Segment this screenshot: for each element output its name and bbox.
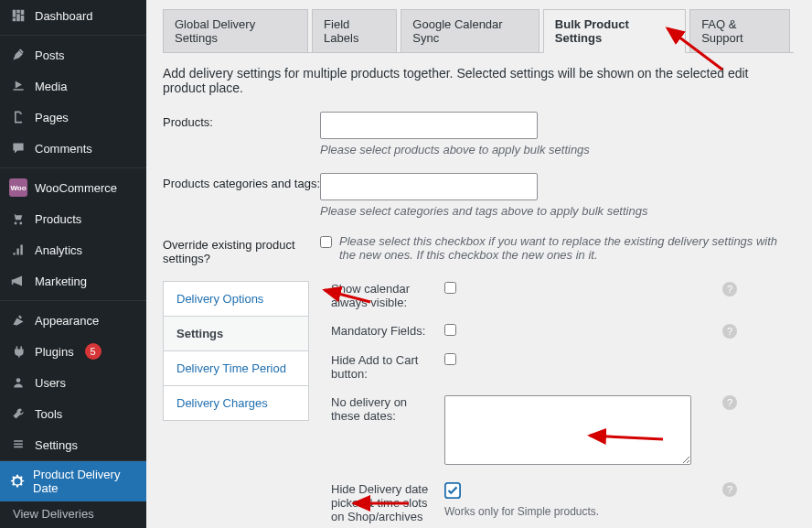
override-checkbox[interactable] [320,236,332,248]
tab-field-labels[interactable]: Field Labels [312,9,397,52]
main-content: Global Delivery Settings Field Labels Go… [146,0,812,528]
sidebar-label: Product Delivery Date [33,468,137,495]
svg-point-0 [16,378,21,383]
sidebar-label: Media [35,80,67,93]
sidebar-item-comments[interactable]: Comments [0,133,146,164]
plugins-icon [9,342,27,361]
woo-icon: Woo [9,178,27,197]
sidebar-item-product-delivery-date[interactable]: Product Delivery Date [0,461,146,501]
sidebar-label: Settings [35,438,78,452]
sidebar-label: Pages [35,111,69,124]
sidebar-item-plugins[interactable]: Plugins 5 [0,336,146,367]
users-icon [9,373,27,392]
sidebar-label: Tools [35,407,62,421]
sidebar-label: Comments [35,142,92,156]
settings-icon [9,436,27,454]
categories-helper: Please select categories and tags above … [320,204,794,218]
hide-cart-checkbox[interactable] [444,353,456,365]
vtab-delivery-options[interactable]: Delivery Options [163,281,309,317]
sidebar-label: Appearance [35,314,99,328]
sidebar-label: WooCommerce [35,181,117,195]
no-delivery-textarea[interactable] [444,395,691,465]
comments-icon [9,139,27,157]
sidebar-item-marketing[interactable]: Marketing [0,265,146,296]
sidebar-item-analytics[interactable]: Analytics [0,234,146,265]
show-calendar-label: Show calendar always visible: [331,282,444,309]
help-icon[interactable]: ? [722,324,737,339]
plugins-badge: 5 [85,343,102,360]
vertical-tabs: Delivery Options Settings Delivery Time … [163,282,309,528]
tab-global-delivery-settings[interactable]: Global Delivery Settings [163,9,308,52]
hide-picker-label: Hide Delivery date picker & time slots o… [331,482,444,528]
override-label: Override existing product settings? [163,234,320,265]
pin-icon [9,46,27,64]
hide-picker-note: Works only for Simple products. [444,505,719,518]
page-description: Add delivery settings for multiple produ… [163,66,794,95]
tab-bulk-product-settings[interactable]: Bulk Product Settings [543,9,686,53]
vtab-delivery-time-period[interactable]: Delivery Time Period [163,350,309,386]
sidebar-label: Analytics [35,243,82,257]
hide-picker-checkbox[interactable] [444,488,461,501]
analytics-icon [9,241,27,259]
override-helper: Please select this checkbox if you want … [339,234,794,262]
sidebar-item-appearance[interactable]: Appearance [0,305,146,336]
sidebar-item-posts[interactable]: Posts [0,39,146,70]
sidebar-item-tools[interactable]: Tools [0,398,146,429]
categories-label: Products categories and tags: [163,173,320,190]
sidebar-item-settings[interactable]: Settings [0,429,146,460]
sidebar-item-pages[interactable]: Pages [0,102,146,133]
marketing-icon [9,272,27,290]
sidebar-label: Dashboard [35,9,93,23]
no-delivery-label: No delivery on these dates: [331,395,444,423]
sidebar-label: Users [35,376,66,390]
sidebar-item-products[interactable]: Products [0,203,146,234]
sidebar-sub-view-deliveries[interactable]: View Deliveries [0,501,146,526]
sidebar-label: Products [35,212,81,226]
hide-cart-label: Hide Add to Cart button: [331,353,444,381]
tab-google-calendar-sync[interactable]: Google Calendar Sync [401,9,540,52]
top-tabs: Global Delivery Settings Field Labels Go… [163,9,794,53]
help-icon[interactable]: ? [722,282,737,296]
sidebar-item-users[interactable]: Users [0,367,146,398]
mandatory-fields-label: Mandatory Fields: [331,324,444,338]
products-label: Products: [163,112,320,129]
vtab-delivery-charges[interactable]: Delivery Charges [163,385,309,421]
appearance-icon [9,311,27,329]
sidebar-label: Plugins [35,345,74,359]
gear-icon [9,472,26,490]
categories-select[interactable] [320,173,538,200]
products-select[interactable] [320,112,538,139]
help-icon[interactable]: ? [722,482,737,497]
show-calendar-checkbox[interactable] [444,282,456,294]
sidebar-item-woocommerce[interactable]: Woo WooCommerce [0,172,146,203]
dashboard-icon [9,6,27,25]
mandatory-fields-checkbox[interactable] [444,324,456,336]
tab-faq-support[interactable]: FAQ & Support [689,9,790,52]
help-icon[interactable]: ? [722,395,737,410]
sidebar-label: Posts [35,48,65,62]
products-helper: Please select products above to apply bu… [320,143,794,156]
pages-icon [9,108,27,126]
media-icon [9,77,27,95]
tools-icon [9,404,27,423]
products-icon [9,210,27,228]
sidebar-item-media[interactable]: Media [0,70,146,102]
sidebar-item-dashboard[interactable]: Dashboard [0,0,146,31]
sidebar-label: Marketing [35,275,87,288]
admin-sidebar: Dashboard Posts Media Pages Comments Woo [0,0,146,528]
vtab-settings[interactable]: Settings [163,316,309,351]
